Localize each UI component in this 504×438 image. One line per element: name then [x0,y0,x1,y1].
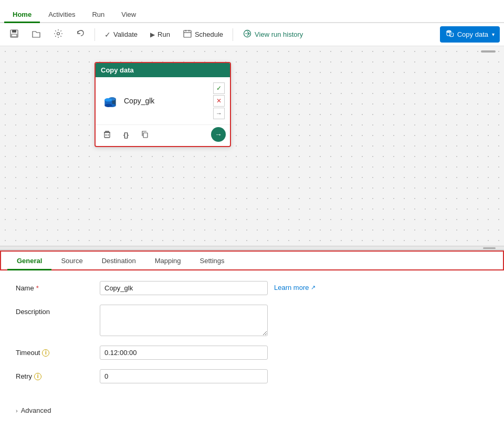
side-actions: ✓ ✕ → [213,82,225,119]
panel-tabs: General Source Destination Mapping Setti… [0,251,504,270]
save-icon [9,29,19,40]
nav-tab-view[interactable]: View [113,6,144,23]
view-run-history-button[interactable]: View run history [237,26,308,43]
copy-data-label: Copy data [457,30,488,38]
copy-data-dropdown-icon[interactable]: ▾ [492,32,495,37]
splitter-handle-bar [483,247,496,249]
schedule-label: Schedule [195,30,223,38]
undo-button[interactable] [70,26,90,43]
svg-point-3 [57,32,60,35]
view-run-history-label: View run history [255,30,303,38]
svg-point-19 [104,98,112,101]
panel-tab-settings[interactable]: Settings [191,252,234,270]
retry-input[interactable] [100,369,268,383]
settings-button[interactable] [48,26,68,43]
panel-collapse-handle[interactable] [481,50,496,53]
divider-2 [233,28,233,41]
nav-tab-run[interactable]: Run [83,6,113,23]
timeout-input[interactable] [100,346,268,360]
undo-icon [76,29,85,40]
svg-point-18 [104,104,112,107]
run-label: Run [158,30,170,38]
code-icon-button[interactable]: {} [119,127,133,142]
advanced-section[interactable]: › Advanced [0,403,504,418]
nav-tab-home[interactable]: Home [4,6,40,23]
form-area: Name * Learn more ↗ Description Timeout [0,270,504,403]
panel-splitter[interactable] [0,246,504,250]
divider-1 [94,28,95,41]
learn-more-link[interactable]: Learn more ↗ [274,281,316,291]
svg-rect-23 [143,133,148,138]
gear-icon [54,29,63,40]
delete-icon-button[interactable] [100,127,114,142]
retry-info-icon[interactable]: i [34,373,41,380]
panel-tab-mapping[interactable]: Mapping [145,252,191,270]
name-row-right: Learn more ↗ [100,281,316,295]
copy-data-button[interactable]: Copy data ▾ [440,26,500,43]
schedule-icon [183,29,192,40]
toolbar: ✓ Validate ▶ Run Schedule View run histo… [0,23,504,46]
save-button[interactable] [4,26,24,43]
timeout-info-icon[interactable]: i [42,349,49,357]
panel-tab-general[interactable]: General [7,252,51,270]
form-row-name: Name * Learn more ↗ [16,281,488,295]
run-icon: ▶ [150,31,155,38]
name-label: Name * [16,281,89,292]
timeout-label: Timeout i [16,346,89,357]
panel-tab-source[interactable]: Source [51,252,92,270]
validate-button[interactable]: ✓ Validate [99,28,143,41]
copy-icon-button[interactable] [138,127,152,142]
copy-data-icon [445,29,455,40]
activity-card-body: Copy_glk ✓ ✕ → [96,77,230,122]
svg-rect-4 [184,30,191,37]
form-row-timeout: Timeout i [16,346,488,360]
name-input[interactable] [100,281,268,295]
open-button[interactable] [26,26,46,43]
svg-point-11 [449,32,453,34]
form-row-retry: Retry i [16,369,488,383]
chevron-right-icon: › [16,408,18,414]
required-indicator: * [36,284,39,292]
description-label: Description [16,305,89,316]
svg-rect-20 [104,132,110,138]
activity-card-header: Copy data [96,63,230,77]
activity-card-footer: {} → [96,124,230,146]
nav-tab-activities[interactable]: Activities [40,6,83,23]
close-action-button[interactable]: ✕ [213,95,225,107]
activity-card-name: Copy_glk [124,97,154,105]
arrow-action-button[interactable]: → [213,108,225,119]
open-icon [32,29,41,40]
external-link-icon: ↗ [311,284,316,291]
svg-rect-2 [12,34,17,37]
activity-card[interactable]: Copy data Copy_glk ✓ [94,62,231,147]
canvas-area: Copy data Copy_glk ✓ [0,46,504,246]
go-arrow-button[interactable]: → [211,127,226,142]
panel-tab-destination[interactable]: Destination [92,252,145,270]
description-textarea[interactable] [100,305,268,336]
top-nav: Home Activities Run View [0,0,504,23]
history-icon [243,29,252,40]
canvas-grid [0,46,504,246]
advanced-label: Advanced [21,406,51,414]
form-row-description: Description [16,305,488,336]
validate-label: Validate [113,30,138,38]
check-action-button[interactable]: ✓ [213,82,225,94]
activity-card-title: Copy data [101,66,134,74]
bottom-panel: General Source Destination Mapping Setti… [0,250,504,438]
schedule-button[interactable]: Schedule [177,26,228,43]
retry-label: Retry i [16,369,89,380]
check-icon: ✓ [104,30,111,39]
database-icon [101,91,120,110]
svg-rect-1 [12,30,16,33]
run-button[interactable]: ▶ Run [145,28,175,41]
